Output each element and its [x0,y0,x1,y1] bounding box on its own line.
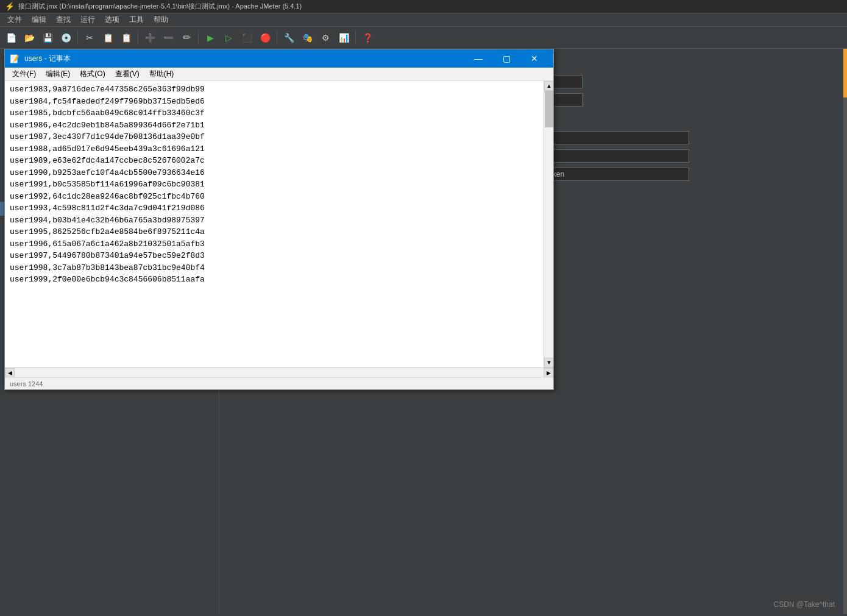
scroll-thumb[interactable] [545,91,553,127]
toolbar-start[interactable]: ▶ [202,29,219,46]
menu-file[interactable]: 文件 [2,13,27,26]
notepad-title: users - 记事本 [24,54,464,64]
toolbar-stop[interactable]: ⬛ [238,29,255,46]
toolbar-separator-4 [277,31,277,44]
right-scrollbar-thumb[interactable] [843,49,847,97]
toolbar-separator-5 [355,31,356,44]
toolbar-copy[interactable]: 📋 [99,29,116,46]
notepad-menu-edit[interactable]: 编辑(E) [41,68,75,80]
notepad-vscroll[interactable]: ▲ ▼ [544,81,553,367]
toolbar: 📄 📂 💾 💿 ✂ 📋 📋 ➕ ➖ ✏ ▶ ▷ ⬛ 🔴 🔧 🎭 ⚙ 📊 ❓ [0,27,847,49]
app-icon: ⚡ [5,2,15,11]
notepad-menubar: 文件(F) 编辑(E) 格式(O) 查看(V) 帮助(H) [5,68,553,81]
toolbar-separator-2 [138,31,138,44]
toolbar-saveas[interactable]: 💿 [57,29,74,46]
right-scrollbar[interactable] [843,49,847,614]
scroll-down-btn[interactable]: ▼ [544,358,553,367]
toolbar-remove[interactable]: ➖ [160,29,177,46]
notepad-maximize-button[interactable]: ▢ [492,49,520,68]
toolbar-paste[interactable]: 📋 [118,29,135,46]
notepad-menu-help[interactable]: 帮助(H) [144,68,179,80]
menu-bar: 文件 编辑 查找 运行 选项 工具 帮助 [0,13,847,27]
notepad-titlebar: 📝 users - 记事本 — ▢ ✕ [5,49,553,68]
notepad-text[interactable]: user1983,9a8716dec7e447358c265e363f99db9… [5,81,544,367]
notepad-window: 📝 users - 记事本 — ▢ ✕ 文件(F) 编辑(E) 格式(O) 查看… [4,49,554,390]
menu-edit[interactable]: 编辑 [27,13,51,26]
notepad-menu-file[interactable]: 文件(F) [7,68,41,80]
toolbar-help[interactable]: ❓ [359,29,376,46]
toolbar-start-no-pause[interactable]: ▷ [220,29,237,46]
notepad-content-area: user1983,9a8716dec7e447358c265e363f99db9… [5,81,553,367]
notepad-statusbar: users 1244 [5,377,553,389]
hscroll-right-btn[interactable]: ▶ [544,368,553,378]
hscroll-left-btn[interactable]: ◀ [5,368,15,378]
main-layout: ▼ 📋 Test Plan ▼ ⚙ 线程组 ✏ 秒杀商品List接口测试 ✏ 秒… [0,49,847,614]
notepad-minimize-button[interactable]: — [464,49,492,68]
menu-run[interactable]: 运行 [76,13,100,26]
toolbar-shutdown[interactable]: 🔴 [257,29,274,46]
toolbar-separator-3 [198,31,199,44]
notepad-status-text: users 1244 [10,380,43,388]
toolbar-config[interactable]: 🔧 [280,29,297,46]
title-text: 接口测试.jmx (D:\install\program\apache-jmet… [18,2,302,11]
notepad-close-button[interactable]: ✕ [520,49,548,68]
menu-options[interactable]: 选项 [100,13,124,26]
notepad-hscroll[interactable]: ◀ ▶ [5,367,553,377]
toolbar-open[interactable]: 📂 [21,29,38,46]
title-bar: ⚡ 接口测试.jmx (D:\install\program\apache-jm… [0,0,847,13]
notepad-menu-view[interactable]: 查看(V) [110,68,144,80]
notepad-icon: 📝 [10,54,19,63]
toolbar-new[interactable]: 📄 [2,29,19,46]
scroll-up-btn[interactable]: ▲ [544,81,553,91]
hscroll-track [15,368,544,378]
toolbar-edit[interactable]: ✏ [178,29,195,46]
toolbar-separator-1 [77,31,78,44]
toolbar-add[interactable]: ➕ [141,29,158,46]
toolbar-chart[interactable]: 📊 [335,29,352,46]
notepad-menu-format[interactable]: 格式(O) [75,68,110,80]
toolbar-save[interactable]: 💾 [39,29,56,46]
menu-find[interactable]: 查找 [51,13,76,26]
scroll-track [544,91,553,358]
toolbar-theater[interactable]: 🎭 [299,29,316,46]
toolbar-settings[interactable]: ⚙ [317,29,334,46]
toolbar-cut[interactable]: ✂ [81,29,98,46]
watermark: CSDN @Take^that [773,600,835,609]
menu-tools[interactable]: 工具 [124,13,149,26]
menu-help[interactable]: 帮助 [149,13,173,26]
